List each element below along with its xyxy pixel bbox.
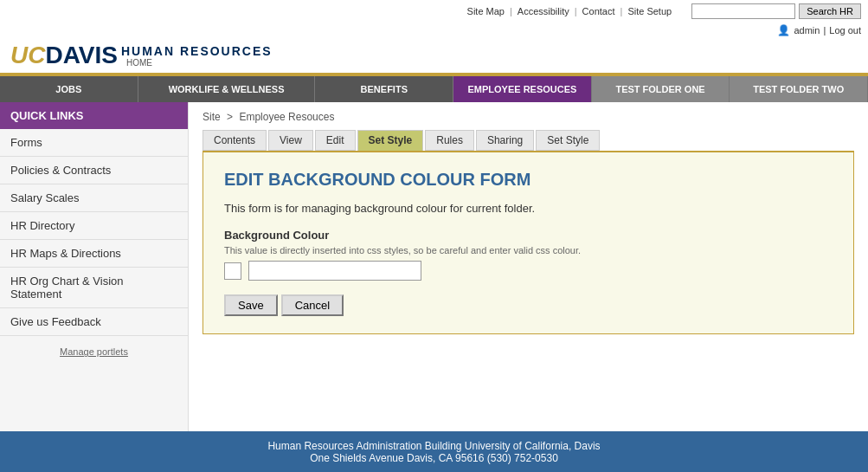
form-area: EDIT BACKGROUND COLOUR FORM This form is… (203, 152, 854, 334)
sep2: | (575, 6, 577, 16)
logo-hr-main: HUMAN RESOURCES (121, 45, 273, 58)
sidebar-item-forms[interactable]: Forms (0, 129, 188, 157)
header-logo: UCDAVIS HUMAN RESOURCES HOME (0, 36, 868, 73)
tab-contents[interactable]: Contents (203, 130, 267, 151)
footer-line2: One Shields Avenue Davis, CA 95616 (530)… (9, 452, 859, 464)
colour-text-input[interactable] (248, 261, 421, 281)
search-input[interactable] (691, 3, 795, 19)
site-setup-link[interactable]: Site Setup (627, 6, 672, 16)
nav-benefits[interactable]: BENEFITS (315, 76, 453, 102)
breadcrumb-current: Employee Resouces (239, 111, 334, 123)
accessibility-link[interactable]: Accessibility (518, 6, 569, 16)
manage-portlets-link[interactable]: Manage portlets (60, 346, 128, 357)
field-hint: This value is directly inserted into css… (224, 245, 833, 255)
sidebar-title: QUICK LINKS (0, 102, 188, 129)
contact-link[interactable]: Contact (582, 6, 615, 16)
save-button[interactable]: Save (224, 294, 278, 316)
colour-input-row (224, 261, 833, 281)
form-buttons: Save Cancel (224, 294, 833, 316)
form-title: EDIT BACKGROUND COLOUR FORM (224, 170, 833, 190)
user-row: 👤 admin | Log out (0, 23, 868, 36)
main-content: Site > Employee Resouces Contents View E… (189, 102, 868, 431)
logo-davis: DAVIS (45, 42, 118, 69)
admin-link[interactable]: admin (794, 25, 820, 36)
search-button[interactable]: Search HR (799, 3, 861, 19)
tab-set-style-1[interactable]: Set Style (357, 130, 424, 151)
cancel-button[interactable]: Cancel (281, 294, 344, 316)
tab-view[interactable]: View (268, 130, 313, 151)
colour-preview (224, 262, 241, 280)
tab-rules[interactable]: Rules (425, 130, 474, 151)
sidebar-item-hr-directory[interactable]: HR Directory (0, 212, 188, 240)
spacer (685, 6, 688, 16)
sidebar-item-give-feedback[interactable]: Give us Feedback (0, 308, 188, 336)
footer-blue: Human Resources Administration Building … (0, 431, 868, 472)
nav-jobs[interactable]: JOBS (0, 76, 138, 102)
breadcrumb: Site > Employee Resouces (203, 111, 854, 123)
sidebar: QUICK LINKS Forms Policies & Contracts S… (0, 102, 189, 431)
logo-hr: HUMAN RESOURCES HOME (121, 45, 273, 69)
tab-edit[interactable]: Edit (315, 130, 356, 151)
footer-line1: Human Resources Administration Building … (9, 440, 859, 452)
logout-link[interactable]: Log out (829, 25, 861, 36)
logo-uc: UC (10, 42, 45, 69)
sidebar-manage: Manage portlets (0, 336, 188, 366)
sep3: | (620, 6, 623, 16)
sidebar-item-hr-org-chart[interactable]: HR Org Chart & Vision Statement (0, 268, 188, 308)
logo-home: HOME (126, 58, 273, 68)
breadcrumb-sep: > (227, 111, 233, 123)
sidebar-item-salary-scales[interactable]: Salary Scales (0, 184, 188, 212)
breadcrumb-site[interactable]: Site (203, 111, 221, 123)
content-wrapper: QUICK LINKS Forms Policies & Contracts S… (0, 102, 868, 431)
nav-test-folder-two[interactable]: TEST FOLDER TWO (730, 76, 868, 102)
tab-set-style-2[interactable]: Set Style (536, 130, 600, 151)
user-icon: 👤 (777, 24, 790, 36)
tabs: Contents View Edit Set Style Rules Shari… (203, 130, 854, 152)
field-label: Background Colour (224, 229, 833, 242)
site-map-link[interactable]: Site Map (467, 6, 505, 16)
nav-test-folder-one[interactable]: TEST FOLDER ONE (592, 76, 730, 102)
nav-worklife[interactable]: WORKLIFE & WELLNESS (138, 76, 316, 102)
search-area: Search HR (691, 3, 861, 19)
tab-sharing[interactable]: Sharing (476, 130, 534, 151)
sep1: | (510, 6, 512, 16)
form-description: This form is for managing background col… (224, 202, 833, 215)
user-sep: | (823, 25, 826, 36)
sidebar-item-policies-contracts[interactable]: Policies & Contracts (0, 157, 188, 184)
nav-employee-resources[interactable]: EMPLOYEE RESOUCES (453, 76, 592, 102)
top-bar: Site Map | Accessibility | Contact | Sit… (0, 0, 868, 23)
nav-bar: JOBS WORKLIFE & WELLNESS BENEFITS EMPLOY… (0, 76, 868, 102)
sidebar-item-hr-maps[interactable]: HR Maps & Directions (0, 240, 188, 268)
